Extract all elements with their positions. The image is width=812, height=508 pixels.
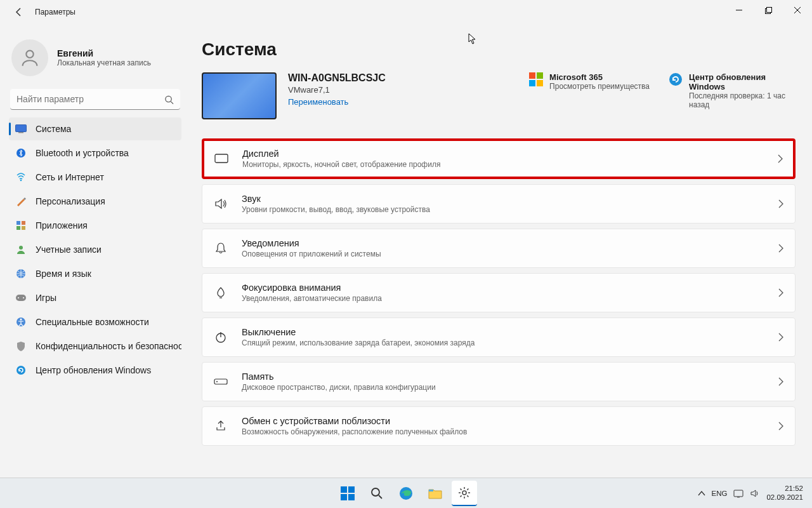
- back-button[interactable]: [13, 6, 25, 18]
- sidebar-item-accounts[interactable]: Учетные записи: [9, 238, 181, 261]
- sidebar-item-apps[interactable]: Приложения: [9, 214, 181, 237]
- privacy-icon: [15, 340, 27, 352]
- card-title: Звук: [242, 194, 430, 204]
- windows-update-icon: [669, 72, 683, 86]
- svg-rect-15: [22, 226, 25, 230]
- card-sub: Оповещения от приложений и системы: [242, 250, 381, 258]
- card-sub: Мониторы, яркость, ночной свет, отображе…: [242, 160, 440, 169]
- window-title: Параметры: [35, 8, 75, 17]
- quicklink-sub: Просмотреть преимущества: [549, 82, 650, 91]
- card-notifications[interactable]: Уведомления Оповещения от приложений и с…: [202, 229, 796, 268]
- sidebar-item-label: Время и язык: [36, 269, 91, 279]
- svg-rect-14: [16, 226, 20, 230]
- card-focus-assist[interactable]: Фокусировка внимания Уведомления, автома…: [202, 273, 796, 312]
- card-sub: Дисковое пространство, диски, правила ко…: [242, 383, 436, 392]
- svg-rect-2: [766, 7, 771, 12]
- svg-point-6: [166, 96, 171, 102]
- svg-rect-8: [16, 125, 27, 132]
- chevron-right-icon: [778, 154, 783, 163]
- quicklink-title: Центр обновления Windows: [689, 72, 796, 91]
- user-profile[interactable]: Евгений Локальная учетная запись: [9, 37, 181, 85]
- search-field-wrap: [10, 89, 180, 110]
- sidebar-item-label: Учетные записи: [36, 244, 102, 255]
- sidebar-item-gaming[interactable]: Игры: [9, 286, 181, 309]
- svg-line-7: [171, 101, 173, 104]
- network-icon: [15, 171, 27, 183]
- svg-rect-25: [215, 154, 228, 163]
- taskbar-edge[interactable]: [393, 481, 419, 506]
- device-thumbnail: [202, 72, 277, 119]
- accessibility-icon: [15, 316, 27, 328]
- sidebar-item-label: Персонализация: [36, 196, 105, 206]
- close-button[interactable]: [783, 0, 812, 20]
- svg-point-31: [372, 488, 379, 496]
- start-button[interactable]: [335, 481, 360, 506]
- card-title: Обмен с устройствами поблизости: [242, 416, 467, 426]
- tray-volume-icon[interactable]: [750, 489, 760, 498]
- svg-point-30: [216, 381, 218, 382]
- chevron-right-icon: [778, 333, 783, 342]
- card-title: Выключение: [242, 327, 475, 337]
- svg-rect-18: [16, 295, 26, 301]
- maximize-button[interactable]: [754, 0, 783, 20]
- rename-link[interactable]: Переименовать: [288, 97, 386, 107]
- nearby-sharing-icon: [214, 419, 228, 433]
- sidebar-item-label: Конфиденциальность и безопасность: [36, 341, 181, 351]
- chevron-right-icon: [778, 199, 783, 208]
- tray-network-icon[interactable]: [733, 489, 743, 498]
- card-power[interactable]: Выключение Спящий режим, использование з…: [202, 318, 796, 357]
- sidebar-item-personalization[interactable]: Персонализация: [9, 190, 181, 213]
- personalization-icon: [15, 196, 27, 207]
- chevron-right-icon: [778, 244, 783, 253]
- card-sound[interactable]: Звук Уровни громкости, вывод, ввод, звук…: [202, 184, 796, 224]
- quicklink-windows-update[interactable]: Центр обновления Windows Последняя прове…: [669, 72, 796, 109]
- svg-point-11: [20, 180, 22, 182]
- quicklink-title: Microsoft 365: [549, 72, 650, 82]
- storage-icon: [214, 375, 228, 389]
- chevron-right-icon: [778, 288, 783, 297]
- svg-rect-9: [18, 132, 23, 133]
- sidebar-item-time-language[interactable]: Время и язык: [9, 262, 181, 285]
- notifications-icon: [214, 241, 228, 255]
- card-title: Уведомления: [242, 238, 381, 248]
- svg-point-22: [20, 319, 22, 321]
- svg-point-16: [19, 246, 23, 250]
- tray-language[interactable]: ENG: [712, 490, 728, 497]
- taskbar-explorer[interactable]: [422, 481, 448, 506]
- sidebar-item-label: Система: [36, 124, 71, 134]
- sidebar-item-system[interactable]: Система: [9, 117, 181, 140]
- minimize-button[interactable]: [724, 0, 754, 20]
- sidebar-item-privacy[interactable]: Конфиденциальность и безопасность: [9, 335, 181, 358]
- card-title: Память: [242, 371, 436, 382]
- search-icon: [164, 95, 174, 104]
- taskbar-search[interactable]: [364, 481, 390, 506]
- tray-clock[interactable]: 21:52 02.09.2021: [766, 485, 803, 502]
- main-content: Система WIN-A0GN5LBCSJC VMware7,1 Переим…: [190, 24, 812, 478]
- card-nearby-sharing[interactable]: Обмен с устройствами поблизости Возможно…: [202, 406, 796, 446]
- chevron-right-icon: [778, 422, 783, 431]
- sidebar-item-windows-update[interactable]: Центр обновления Windows: [9, 359, 181, 382]
- tray-date: 02.09.2021: [766, 493, 803, 502]
- card-sub: Уровни громкости, вывод, ввод, звуковые …: [242, 205, 430, 214]
- sidebar-item-label: Сеть и Интернет: [36, 172, 104, 182]
- taskbar-settings[interactable]: [452, 481, 477, 506]
- svg-rect-36: [734, 490, 743, 497]
- svg-point-5: [26, 51, 33, 58]
- page-title: Система: [202, 39, 796, 60]
- svg-point-19: [18, 297, 19, 298]
- card-storage[interactable]: Память Дисковое пространство, диски, пра…: [202, 362, 796, 401]
- card-display[interactable]: Дисплей Мониторы, яркость, ночной свет, …: [202, 138, 796, 179]
- svg-point-23: [16, 366, 25, 375]
- svg-point-20: [23, 297, 24, 298]
- taskbar: ENG 21:52 02.09.2021: [0, 478, 812, 508]
- tray-chevron-up-icon[interactable]: [698, 491, 705, 496]
- gaming-icon: [15, 292, 27, 304]
- sidebar-item-bluetooth[interactable]: Bluetooth и устройства: [9, 142, 181, 164]
- tray-time: 21:52: [766, 485, 803, 493]
- sidebar-item-accessibility[interactable]: Специальные возможности: [9, 311, 181, 333]
- quicklink-microsoft365[interactable]: Microsoft 365 Просмотреть преимущества: [529, 72, 650, 109]
- search-input[interactable]: [10, 89, 180, 110]
- device-name: WIN-A0GN5LBCSJC: [288, 72, 386, 84]
- quicklink-sub: Последняя проверка: 1 час назад: [689, 91, 796, 109]
- sidebar-item-network[interactable]: Сеть и Интернет: [9, 166, 181, 189]
